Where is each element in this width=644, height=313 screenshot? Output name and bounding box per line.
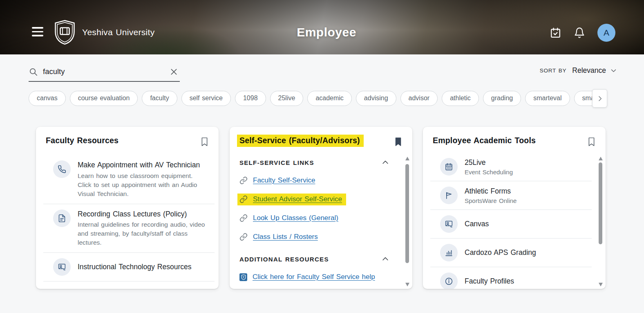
scroll-down-arrow-icon[interactable] xyxy=(405,283,409,286)
calendar-icon xyxy=(440,158,458,176)
search-input[interactable] xyxy=(43,67,163,76)
sort-selected-value: Relevance xyxy=(572,66,606,75)
tool-item[interactable]: Cardozo APS Grading xyxy=(423,239,596,267)
card-faculty-resources: Faculty Resources Make Appointment with … xyxy=(36,127,219,289)
resource-item[interactable]: Recording Class Lectures (Policy) Intern… xyxy=(36,204,219,253)
info-icon xyxy=(440,272,458,289)
resource-item[interactable]: Instructional Technology Resources xyxy=(36,253,219,281)
employee-portal-page: Yeshiva University Employee A xyxy=(0,0,644,313)
brand[interactable]: Yeshiva University xyxy=(53,20,154,45)
flag-icon xyxy=(440,187,458,204)
filter-chip[interactable]: self service xyxy=(181,91,231,106)
notifications-bell-icon[interactable] xyxy=(574,27,585,39)
filter-chip[interactable]: faculty xyxy=(142,91,177,106)
link-row: Faculty Self-Service xyxy=(239,176,412,185)
link-icon xyxy=(239,214,248,222)
document-icon xyxy=(53,209,71,227)
scrollbar[interactable] xyxy=(598,157,603,286)
link-icon xyxy=(239,195,248,203)
filter-chips-row: canvas course evaluation faculty self se… xyxy=(29,91,600,109)
scrollbar-thumb[interactable] xyxy=(405,164,409,263)
tool-title: Cardozo APS Grading xyxy=(465,248,536,258)
section-heading: SELF-SERVICE LINKS xyxy=(239,159,314,166)
tool-item[interactable]: Faculty Profiles xyxy=(423,267,596,289)
resource-description: Learn how to use classroom equipment. Cl… xyxy=(78,171,208,198)
resource-title: Make Appointment with AV Technician xyxy=(78,160,208,170)
filter-chip[interactable]: athletic xyxy=(442,91,479,106)
tool-subtitle: Event Scheduling xyxy=(465,169,513,176)
scrollbar-thumb[interactable] xyxy=(599,162,602,244)
resource-description: Internal guidelines for recording audio,… xyxy=(78,220,208,247)
link-row-highlighted: Student Advisor Self-Service xyxy=(239,194,412,204)
hamburger-menu-button[interactable] xyxy=(32,27,43,36)
section-self-service-links: SELF-SERVICE LINKS xyxy=(239,158,389,167)
filter-chip[interactable]: academic xyxy=(307,91,351,106)
divider xyxy=(43,281,215,281)
hero-header: Yeshiva University Employee A xyxy=(0,0,644,54)
link-icon xyxy=(239,233,248,241)
yu-favicon-icon xyxy=(239,273,247,281)
link-faculty-self-service-help[interactable]: Click here for Faculty Self Service help xyxy=(253,273,375,281)
collapse-chevron-up-icon[interactable] xyxy=(381,158,389,167)
phone-icon xyxy=(53,160,71,178)
chips-scroll-next-button[interactable] xyxy=(592,89,607,108)
filter-chip[interactable]: course evaluation xyxy=(70,91,138,106)
page-title: Employee xyxy=(297,25,356,39)
scrollbar[interactable] xyxy=(405,157,409,286)
clear-search-icon[interactable] xyxy=(168,66,180,78)
card-self-service-faculty-advisors: Self-Service (Faculty/Advisors) SELF-SER… xyxy=(230,127,412,289)
filter-chip[interactable]: advisor xyxy=(400,91,438,106)
resource-title: Recording Class Lectures (Policy) xyxy=(78,209,208,219)
card-title: Employee Academic Tools xyxy=(433,136,536,145)
filter-chip[interactable]: grading xyxy=(483,91,521,106)
tool-title: Athletic Forms xyxy=(465,187,517,196)
card-title-highlighted: Self-Service (Faculty/Advisors) xyxy=(237,135,364,147)
bookmark-icon[interactable] xyxy=(199,136,210,148)
link-row: Click here for Faculty Self Service help xyxy=(239,272,412,282)
scroll-up-arrow-icon[interactable] xyxy=(405,157,409,160)
link-faculty-self-service[interactable]: Faculty Self-Service xyxy=(253,176,315,185)
sort-by-label: SORT BY xyxy=(540,68,567,74)
bar-chart-icon xyxy=(440,244,458,261)
tool-item[interactable]: 25Live Event Scheduling xyxy=(423,153,596,181)
link-look-up-classes[interactable]: Look Up Classes (General) xyxy=(253,214,338,222)
card-employee-academic-tools: Employee Academic Tools 25Liv xyxy=(423,127,606,289)
section-additional-resources: ADDITIONAL RESOURCES xyxy=(239,255,389,263)
instructor-screen-icon xyxy=(53,258,71,276)
tool-title: Canvas xyxy=(465,219,489,229)
filter-chip[interactable]: advising xyxy=(356,91,396,106)
filter-chip[interactable]: smarteval xyxy=(525,91,570,106)
search-icon xyxy=(29,67,38,77)
university-shield-logo-icon xyxy=(53,20,76,45)
scroll-up-arrow-icon[interactable] xyxy=(599,157,603,160)
bookmark-filled-icon[interactable] xyxy=(393,136,403,148)
bookmark-icon[interactable] xyxy=(586,136,597,148)
section-heading: ADDITIONAL RESOURCES xyxy=(239,256,329,263)
link-row: Class Lists / Rosters xyxy=(239,232,412,242)
sort-dropdown[interactable]: Relevance xyxy=(572,66,617,75)
tool-item[interactable]: Canvas xyxy=(423,210,596,238)
filter-chip[interactable]: canvas xyxy=(29,91,66,106)
header-actions: A xyxy=(550,24,615,42)
filter-chip[interactable]: 1098 xyxy=(235,91,266,106)
filter-chip[interactable]: 25live xyxy=(270,91,304,106)
tool-title: 25Live xyxy=(465,158,513,168)
collapse-chevron-up-icon[interactable] xyxy=(381,255,389,263)
chevron-right-icon xyxy=(597,95,603,102)
chevron-down-icon xyxy=(610,67,617,74)
instructor-screen-icon xyxy=(440,215,458,233)
link-icon xyxy=(239,176,248,185)
university-name: Yeshiva University xyxy=(82,27,154,37)
search-box xyxy=(29,62,180,82)
card-title: Faculty Resources xyxy=(46,136,119,145)
link-student-advisor-self-service[interactable]: Student Advisor Self-Service xyxy=(253,195,342,203)
user-avatar[interactable]: A xyxy=(597,24,615,42)
calendar-check-icon[interactable] xyxy=(550,27,561,39)
tool-subtitle: SportsWare Online xyxy=(465,197,517,204)
link-class-lists-rosters[interactable]: Class Lists / Rosters xyxy=(253,233,318,241)
link-row: Look Up Classes (General) xyxy=(239,213,412,223)
tool-item[interactable]: Athletic Forms SportsWare Online xyxy=(423,181,596,209)
resource-item[interactable]: Make Appointment with AV Technician Lear… xyxy=(36,155,219,204)
tool-title: Faculty Profiles xyxy=(465,277,514,286)
scroll-down-arrow-icon[interactable] xyxy=(599,283,603,286)
